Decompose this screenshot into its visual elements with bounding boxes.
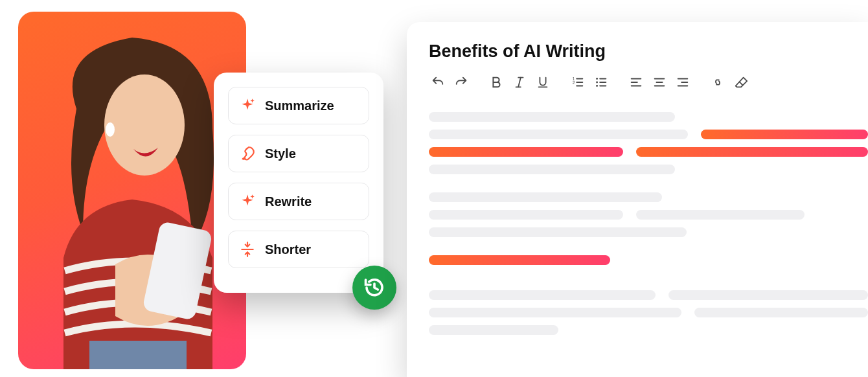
align-right-button[interactable] [674, 73, 692, 91]
undo-icon [431, 75, 445, 89]
text-line [694, 308, 868, 317]
editor-toolbar: 12 [429, 73, 868, 91]
text-line [429, 227, 687, 237]
ai-action-summarize[interactable]: Summarize [228, 87, 369, 124]
align-right-icon [676, 75, 690, 89]
sparkle-icon [239, 193, 256, 210]
ai-action-label: Rewrite [265, 194, 312, 209]
text-line [429, 130, 688, 139]
italic-icon [512, 75, 527, 89]
ai-actions-panel: Summarize Style Rewrite Shorter [214, 73, 383, 293]
svg-point-19 [596, 85, 598, 87]
svg-line-7 [518, 78, 521, 87]
svg-text:2: 2 [573, 80, 575, 85]
document-body [429, 112, 868, 335]
bullet-list-button[interactable] [592, 73, 610, 91]
align-center-icon [652, 75, 667, 89]
underline-icon [536, 75, 550, 89]
svg-point-17 [596, 78, 598, 80]
text-line [429, 308, 681, 317]
history-icon [363, 276, 386, 299]
svg-line-29 [739, 82, 743, 85]
text-line [429, 210, 623, 220]
ai-action-label: Style [265, 146, 296, 161]
text-line [429, 290, 656, 300]
editor-panel: Benefits of AI Writing 12 [407, 22, 868, 377]
svg-point-0 [104, 74, 185, 176]
svg-point-1 [106, 122, 115, 137]
svg-point-18 [596, 82, 598, 84]
align-left-button[interactable] [627, 73, 645, 91]
history-button[interactable] [352, 266, 396, 310]
person-photo-placeholder [18, 12, 246, 369]
text-line [429, 192, 662, 202]
paragraph [429, 255, 868, 335]
svg-rect-3 [89, 341, 187, 369]
text-line [429, 325, 558, 335]
ordered-list-icon: 12 [571, 75, 585, 89]
redo-icon [454, 75, 468, 89]
brush-icon [239, 145, 256, 162]
document-title: Benefits of AI Writing [429, 41, 868, 62]
align-center-button[interactable] [650, 73, 668, 91]
text-line [636, 210, 805, 220]
sparkle-icon [239, 97, 256, 114]
ai-action-label: Shorter [265, 242, 311, 257]
ai-action-shorter[interactable]: Shorter [228, 231, 369, 268]
paragraph [429, 112, 868, 174]
bullet-list-icon [594, 75, 608, 89]
erase-button[interactable] [732, 73, 750, 91]
underline-button[interactable] [534, 73, 552, 91]
ai-action-rewrite[interactable]: Rewrite [228, 183, 369, 220]
ordered-list-button[interactable]: 12 [569, 73, 587, 91]
redo-button[interactable] [452, 73, 470, 91]
erase-icon [734, 75, 748, 89]
bold-icon [489, 75, 503, 89]
hero-photo-card [18, 12, 246, 369]
bold-button[interactable] [487, 73, 505, 91]
collapse-icon [239, 241, 256, 258]
highlighted-text-line [636, 147, 868, 157]
align-left-icon [629, 75, 643, 89]
ai-action-label: Summarize [265, 98, 334, 113]
italic-button[interactable] [510, 73, 529, 91]
link-icon [711, 75, 725, 89]
ai-action-style[interactable]: Style [228, 135, 369, 172]
highlighted-text-line [701, 130, 868, 139]
link-button[interactable] [709, 73, 727, 91]
undo-button[interactable] [429, 73, 447, 91]
paragraph [429, 192, 868, 237]
highlighted-text-line [429, 147, 623, 157]
text-line [668, 290, 868, 300]
text-line [429, 165, 675, 174]
text-line [429, 112, 675, 122]
highlighted-text-line [429, 255, 610, 265]
